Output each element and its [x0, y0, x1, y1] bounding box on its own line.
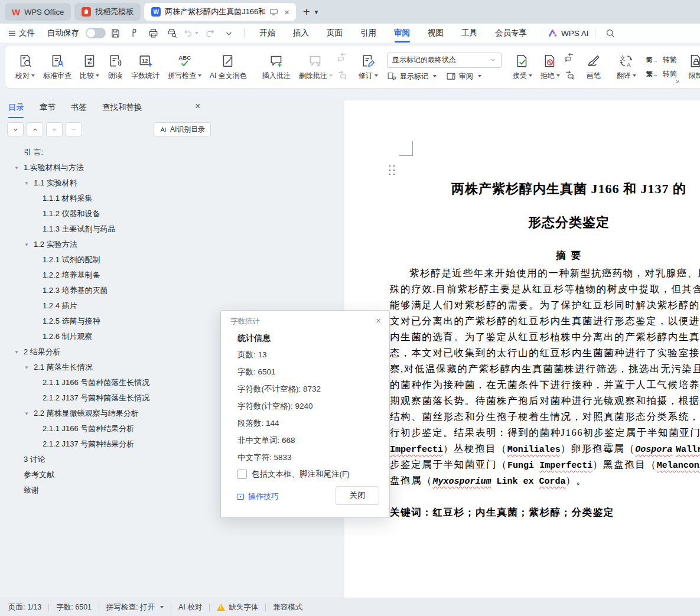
collapse-outline-button[interactable]: [7, 122, 24, 136]
outline-item[interactable]: ▼2 结果分析: [0, 344, 219, 360]
menu-tab-membership[interactable]: 会员专享: [486, 24, 536, 43]
drag-handle-icon[interactable]: [389, 165, 390, 167]
standard-review-button[interactable]: 标准审查: [39, 51, 76, 83]
sidebar-tab-bookmarks[interactable]: 书签: [71, 102, 87, 118]
search-button[interactable]: [603, 26, 618, 40]
outline-item[interactable]: ▼1.2 实验方法: [0, 237, 219, 252]
export-pdf-button[interactable]: [126, 26, 142, 40]
previous-change-button[interactable]: [564, 51, 575, 64]
word-count-dialog[interactable]: 字数统计 × 统计信息 页数13字数6501字符数(不计空格)8732字符数(计…: [220, 310, 390, 518]
sidebar-tab-find-replace[interactable]: 查找和替换: [102, 102, 142, 118]
outline-item[interactable]: 1.2.3 培养基的灭菌: [0, 283, 219, 298]
print-preview-button[interactable]: [164, 26, 180, 40]
wps-ai-button[interactable]: WPS AI: [548, 28, 589, 38]
outline-item[interactable]: 1.2.2 培养基制备: [0, 268, 219, 283]
close-tab-icon[interactable]: ×: [282, 7, 291, 17]
close-sidebar-icon[interactable]: ×: [195, 101, 200, 112]
outline-item[interactable]: 1.1.2 仪器和设备: [0, 206, 219, 221]
outline-expand-arrow-icon[interactable]: ▼: [24, 181, 34, 186]
compatibility-mode-indicator[interactable]: 兼容模式: [273, 602, 302, 612]
outline-item[interactable]: 2.1.1 J166 号菌种结果分析: [0, 421, 219, 436]
outline-item[interactable]: ▼参考文献: [0, 467, 219, 483]
spell-check-status[interactable]: 拼写检查: 打开: [106, 602, 164, 612]
expand-outline-button[interactable]: [27, 122, 43, 136]
redo-button[interactable]: [202, 26, 217, 40]
sidebar-tab-chapters[interactable]: 章节: [40, 102, 56, 118]
menu-tab-tools[interactable]: 工具: [452, 24, 486, 43]
pen-button[interactable]: 画笔: [582, 51, 605, 83]
outline-expand-arrow-icon[interactable]: ▼: [14, 350, 24, 355]
outline-item[interactable]: ▼引 言:: [0, 145, 219, 160]
outline-expand-arrow-icon[interactable]: ▼: [24, 411, 34, 416]
outline-expand-arrow-icon[interactable]: ▼: [24, 242, 34, 247]
close-dialog-icon[interactable]: ×: [376, 315, 381, 325]
promote-heading-button[interactable]: ＋: [46, 122, 63, 136]
document-page[interactable]: 两株产紫杉醇内生真菌 J166 和 J137 的 形态分类鉴定 摘 要 紫杉醇是…: [344, 100, 700, 598]
restrict-editing-button[interactable]: 限制: [684, 51, 700, 83]
page-indicator[interactable]: 页面: 1/13: [8, 602, 41, 612]
print-button[interactable]: [145, 26, 161, 40]
spell-check-button[interactable]: ABC 拼写检查: [164, 51, 206, 83]
show-markup-button[interactable]: 显示标记: [387, 71, 437, 82]
close-dialog-button[interactable]: 关闭: [336, 486, 379, 505]
checkbox-icon[interactable]: [237, 470, 247, 479]
dialog-launcher-icon[interactable]: [673, 75, 679, 86]
outline-item[interactable]: 2.1.1 J166 号菌种菌落生长情况: [0, 375, 219, 390]
outline-item[interactable]: 1.2.4 插片: [0, 298, 219, 314]
menu-tab-insert[interactable]: 插入: [284, 24, 318, 43]
traditional-to-simplified-button[interactable]: 繁→ 转简: [646, 69, 677, 79]
tab-docer-templates[interactable]: 找稻壳模板: [74, 3, 141, 21]
outline-item[interactable]: ▼2.1 菌落生长情况: [0, 360, 219, 375]
insert-comment-button[interactable]: 插入批注: [258, 51, 295, 83]
ai-proofread-button[interactable]: AI 校对: [178, 602, 202, 612]
outline-item[interactable]: 2.1.2 J137 号菌种结果分析: [0, 436, 219, 452]
outline-item[interactable]: 1.2.6 制片观察: [0, 329, 219, 344]
autosave-toggle[interactable]: [86, 28, 106, 38]
outline-item[interactable]: ▼3 讨论: [0, 452, 219, 467]
reject-button[interactable]: 拒绝: [536, 51, 564, 83]
include-footnotes-checkbox-row[interactable]: 包括文本框、脚注和尾注(F): [237, 469, 350, 480]
menu-tab-view[interactable]: 视图: [419, 24, 452, 43]
translate-button[interactable]: 文A 翻译: [613, 51, 640, 83]
outline-item[interactable]: ▼致谢: [0, 483, 219, 498]
proofread-button[interactable]: 校对: [11, 51, 39, 83]
sidebar-tab-contents[interactable]: 目录: [8, 102, 24, 118]
undo-button[interactable]: [183, 26, 198, 40]
file-menu-button[interactable]: 文件: [8, 28, 35, 38]
delete-comment-button[interactable]: 删除批注: [295, 51, 337, 83]
ai-polish-button[interactable]: AI 全文润色: [206, 51, 251, 83]
tab-wps-home[interactable]: W WPS Office: [5, 3, 71, 21]
ai-recognize-toc-button[interactable]: AI识别目录: [154, 122, 211, 136]
save-button[interactable]: [108, 26, 123, 40]
outline-item[interactable]: 1.2.1 试剂的配制: [0, 252, 219, 268]
compare-button[interactable]: 比较: [76, 51, 103, 83]
outline-expand-arrow-icon[interactable]: ▼: [14, 165, 24, 171]
outline-item[interactable]: 1.1.3 主要试剂与药品: [0, 221, 219, 237]
tab-current-document[interactable]: W 两株产紫杉醇内生真菌J166和 ×: [144, 3, 296, 21]
read-aloud-button[interactable]: 朗读: [103, 51, 127, 83]
new-tab-button[interactable]: +: [303, 5, 310, 19]
menu-tab-home[interactable]: 开始: [250, 24, 284, 43]
next-comment-button[interactable]: [337, 69, 347, 82]
previous-comment-button[interactable]: [337, 51, 347, 64]
tab-list-chevron-icon[interactable]: ▼: [314, 9, 320, 15]
outline-expand-arrow-icon[interactable]: ▼: [24, 365, 34, 370]
tips-link[interactable]: 操作技巧: [236, 491, 279, 502]
customize-quick-access-chevron-icon[interactable]: [221, 26, 236, 40]
menu-tab-page[interactable]: 页面: [318, 24, 351, 43]
menu-tab-review[interactable]: 审阅: [385, 24, 419, 43]
outline-item[interactable]: ▼1.1 实验材料: [0, 175, 219, 191]
next-change-button[interactable]: [564, 69, 575, 82]
outline-item[interactable]: ▼1.实验材料与方法: [0, 160, 219, 175]
demote-heading-button[interactable]: －: [66, 122, 82, 136]
menu-tab-reference[interactable]: 引用: [351, 24, 385, 43]
review-pane-button[interactable]: 审阅: [446, 71, 481, 82]
word-count-indicator[interactable]: 字数: 6501: [56, 602, 92, 612]
outline-item[interactable]: 1.1.1 材料采集: [0, 191, 219, 206]
outline-item[interactable]: 1.2.5 选菌与接种: [0, 314, 219, 329]
track-changes-button[interactable]: 修订: [354, 51, 382, 83]
simplified-to-traditional-button[interactable]: 简→ 转繁: [646, 55, 677, 65]
outline-item[interactable]: 2.1.2 J137 号菌种菌落生长情况: [0, 390, 219, 406]
markup-state-select[interactable]: 显示标记的最终状态: [387, 53, 502, 68]
accept-button[interactable]: 接受: [509, 51, 536, 83]
